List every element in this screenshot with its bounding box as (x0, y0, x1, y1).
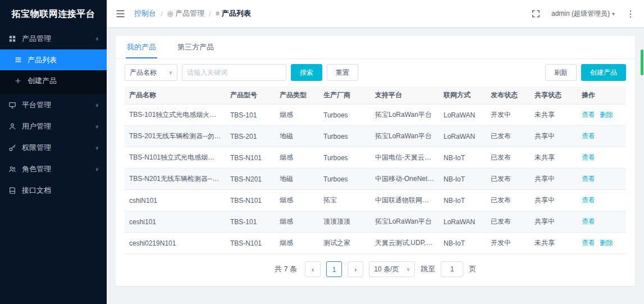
sidebar-item-label: 创建产品 (28, 76, 57, 86)
view-link[interactable]: 查看 (582, 217, 595, 225)
column-header: 支持平台 (371, 87, 439, 105)
table-row: TBS-201无线车辆检测器--勿删! ...TBS-201地磁Turboes拓… (125, 126, 626, 147)
chevron-down-icon: ∨ (95, 166, 99, 172)
refresh-button[interactable]: 刷新 (545, 64, 577, 81)
actions-cell: 查看 (577, 169, 626, 190)
table-cell: 天翼云测试,UDP,华为... (371, 233, 439, 254)
breadcrumb-product-management[interactable]: ◎ 产品管理 (167, 8, 204, 19)
table-cell: ceshi101 (125, 211, 226, 233)
pagination: 共 7 条 ‹ 1 › 10 条/页 ∨ 跳至 页 (116, 254, 635, 286)
table-cell: 未共享 (530, 233, 577, 254)
table-row: ceshi0219N101TBS-N101烟感测试之家天翼云测试,UDP,华为.… (125, 233, 626, 254)
sidebar-menu: 产品管理 ∧ 产品列表 创建产品 平台管理 ∨ (0, 28, 107, 201)
header-actions: admin (超级管理员) ▾ ⋮ (532, 8, 635, 19)
create-product-button[interactable]: 创建产品 (581, 64, 626, 81)
sidebar-item-api-docs[interactable]: 接口文档 (0, 180, 107, 201)
view-link[interactable]: 查看 (582, 175, 595, 183)
table-cell: 拓宝LoRaWan平台 (371, 211, 439, 233)
menu-fold-icon[interactable] (116, 9, 125, 19)
column-header: 操作 (577, 87, 626, 105)
view-link[interactable]: 查看 (582, 239, 595, 247)
table-cell: TBS-101独立式光电感烟火灾探测... (125, 105, 226, 126)
column-header: 共享状态 (530, 87, 577, 105)
delete-link[interactable]: 删除 (600, 239, 613, 247)
scrollbar-thumb[interactable] (641, 49, 643, 75)
table-cell: 已发布 (486, 169, 530, 190)
table-cell: 未共享 (530, 147, 577, 169)
table-cell: TBS-201无线车辆检测器--勿删! ... (125, 126, 226, 147)
column-header: 产品类型 (275, 87, 319, 105)
product-submenu: 产品列表 创建产品 (0, 49, 107, 94)
jump-label: 跳至 (421, 264, 435, 274)
product-card: 我的产品 第三方产品 产品名称 ∨ 搜索 重置 刷新 创建产品 产品名称产品型号… (116, 36, 635, 286)
table-cell: NB-IoT (439, 169, 486, 190)
table-row: TBS-N101独立式光电感烟火灾探...TBS-N101烟感Turboes中国… (125, 147, 626, 169)
sidebar-item-permission-management[interactable]: 权限管理 ∨ (0, 137, 107, 158)
tab-my-products[interactable]: 我的产品 (126, 36, 157, 58)
keyword-input[interactable] (182, 64, 286, 81)
table-cell: 开发中 (486, 105, 530, 126)
sidebar-item-label: 用户管理 (22, 121, 51, 131)
table-cell: TBS-201 (226, 126, 275, 147)
scrollbar-track[interactable] (640, 0, 644, 304)
table-cell: 中国电信-天翼云平台... (371, 147, 439, 169)
view-link[interactable]: 查看 (582, 153, 595, 161)
target-icon: ◎ (167, 10, 173, 17)
app-title: 拓宝物联网连接平台 (0, 0, 107, 28)
sidebar-item-platform-management[interactable]: 平台管理 ∨ (0, 94, 107, 116)
key-icon (8, 143, 17, 152)
jump-page-input[interactable] (441, 261, 463, 277)
filter-row: 产品名称 ∨ 搜索 重置 刷新 创建产品 (116, 59, 635, 85)
table-cell: 共享中 (530, 126, 577, 147)
chevron-down-icon: ∨ (95, 102, 99, 108)
sidebar-item-user-management[interactable]: 用户管理 ∨ (0, 116, 107, 137)
fullscreen-icon[interactable] (532, 10, 540, 18)
table-cell: NB-IoT (439, 147, 486, 169)
table-cell: 拓宝LoRaWan平台 (371, 105, 439, 126)
table-cell: 顶顶顶顶 (319, 211, 371, 233)
user-dropdown[interactable]: admin (超级管理员) ▾ (551, 9, 615, 19)
table-cell: TBS-N201 (226, 169, 275, 190)
top-header: 控制台 / ◎ 产品管理 / ≡ 产品列表 admin (超级管理员) ▾ ⋮ (107, 0, 644, 27)
column-header: 生产厂商 (319, 87, 371, 105)
next-page-button[interactable]: › (348, 261, 363, 277)
page-1-button[interactable]: 1 (326, 261, 342, 277)
table-cell: TBS-101 (226, 211, 275, 233)
table-cell: 拓宝LoRaWan平台 (371, 126, 439, 147)
table-cell: NB-IoT (439, 190, 486, 211)
breadcrumb-console[interactable]: 控制台 (134, 8, 156, 19)
sidebar-item-product-list[interactable]: 产品列表 (0, 49, 107, 70)
table-cell: 开发中 (486, 233, 530, 254)
table-cell: 地磁 (275, 169, 319, 190)
search-button[interactable]: 搜索 (291, 64, 322, 81)
tab-third-party-products[interactable]: 第三方产品 (176, 36, 215, 58)
table-cell: TBS-N201无线车辆检测器--勿删!... (125, 169, 226, 190)
delete-link[interactable]: 删除 (600, 111, 613, 119)
monitor-icon (8, 101, 17, 110)
breadcrumb-separator: / (209, 10, 211, 18)
sidebar-item-product-management[interactable]: 产品管理 ∧ (0, 28, 107, 49)
field-select[interactable]: 产品名称 ∨ (125, 64, 177, 81)
product-table: 产品名称产品型号产品类型生产厂商支持平台联网方式发布状态共享状态操作 TBS-1… (125, 87, 626, 254)
table-cell: TBS-N101 (226, 147, 275, 169)
table-cell: Turboes (319, 147, 371, 169)
table-cell: 烟感 (275, 211, 319, 233)
table-cell: TBS-N101 (226, 190, 275, 211)
prev-page-button[interactable]: ‹ (305, 261, 321, 277)
table-cell: TBS-101 (226, 105, 275, 126)
table-cell: 测试之家 (319, 233, 371, 254)
actions-cell: 查看删除 (577, 233, 626, 254)
actions-cell: 查看 (577, 190, 626, 211)
sidebar-item-role-management[interactable]: 角色管理 ∨ (0, 158, 107, 180)
table-cell: NB-IoT (439, 233, 486, 254)
reset-button[interactable]: 重置 (327, 64, 358, 81)
page-size-select[interactable]: 10 条/页 ∨ (369, 261, 415, 277)
sidebar-item-create-product[interactable]: 创建产品 (0, 70, 107, 91)
table-cell: TBS-N101独立式光电感烟火灾探... (125, 147, 226, 169)
view-link[interactable]: 查看 (582, 111, 595, 119)
view-link[interactable]: 查看 (582, 132, 595, 140)
more-icon[interactable]: ⋮ (626, 8, 635, 19)
content-area: 我的产品 第三方产品 产品名称 ∨ 搜索 重置 刷新 创建产品 产品名称产品型号… (107, 27, 644, 304)
plus-icon (13, 76, 22, 85)
view-link[interactable]: 查看 (582, 196, 595, 204)
